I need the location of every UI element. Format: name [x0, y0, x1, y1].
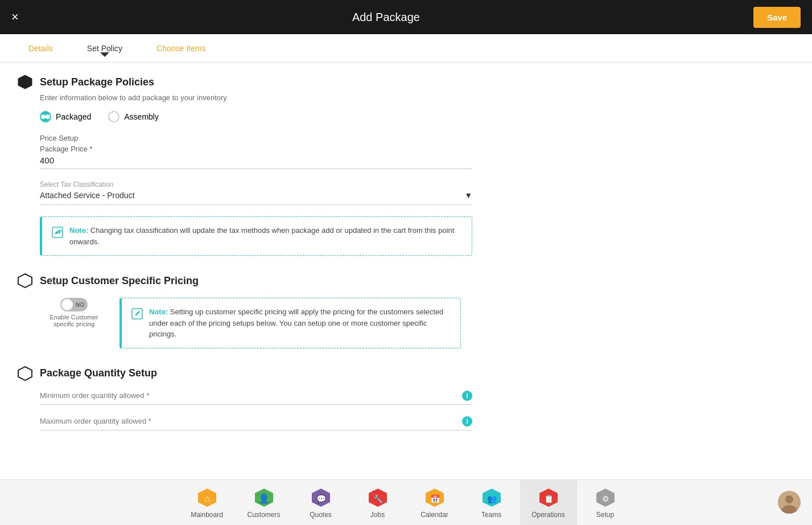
package-price-value[interactable]: 400 — [40, 155, 472, 169]
svg-text:🔧: 🔧 — [373, 494, 383, 504]
tax-note-label: Note: — [69, 226, 88, 235]
customer-note-box: Note: Setting up customer specific prici… — [119, 298, 461, 348]
radio-assembly-circle — [108, 111, 119, 122]
nav-quotes-label: Quotes — [310, 511, 332, 519]
bottom-navigation: ⌂ Mainboard 👤 Customers 💬 Quotes — [0, 479, 812, 525]
max-qty-input-wrap: i — [40, 416, 472, 430]
nav-item-setup[interactable]: ⚙ Setup — [577, 480, 634, 526]
close-button[interactable]: × — [11, 10, 19, 24]
customer-note-content2: Setting up customer specific pricing wil… — [149, 307, 443, 338]
max-qty-input[interactable] — [40, 417, 456, 425]
section2-title: Setup Customer Specific Pricing — [40, 275, 199, 287]
nav-item-calendar[interactable]: 📅 Calendar — [406, 480, 463, 526]
page-title: Add Package — [352, 11, 420, 24]
nav-calendar-label: Calendar — [421, 511, 448, 519]
svg-text:👥: 👥 — [487, 494, 497, 504]
jobs-icon: 🔧 — [367, 487, 389, 508]
section3-icon — [17, 366, 33, 382]
price-setup-section: Price Setup Package Price * 400 — [40, 134, 795, 169]
min-qty-input-wrap: i — [40, 391, 472, 405]
nav-item-customers[interactable]: 👤 Customers — [236, 480, 292, 526]
package-price-label: Package Price * — [40, 145, 795, 153]
customer-note-text: Note: Setting up customer specific prici… — [149, 306, 451, 340]
svg-marker-0 — [18, 75, 32, 89]
svg-text:👤: 👤 — [258, 493, 270, 504]
nav-setup-label: Setup — [596, 511, 614, 519]
tax-label: Select Tax Classification — [40, 181, 795, 188]
nav-teams-label: Teams — [481, 511, 501, 519]
save-button[interactable]: Save — [753, 7, 801, 28]
operations-icon: 📋 — [538, 487, 559, 508]
nav-item-teams[interactable]: 👥 Teams — [463, 480, 520, 526]
nav-jobs-label: Jobs — [370, 511, 385, 519]
nav-item-quotes[interactable]: 💬 Quotes — [292, 480, 349, 526]
setup-icon: ⚙ — [595, 487, 616, 508]
svg-text:⚙: ⚙ — [601, 494, 609, 503]
toggle-knob — [61, 299, 73, 310]
svg-text:⌂: ⌂ — [204, 494, 210, 503]
section1-icon — [17, 74, 33, 90]
tax-dropdown[interactable]: Attached Service - Product ▼ — [40, 191, 472, 205]
customer-note-edit-icon — [131, 307, 143, 322]
max-qty-section: i — [40, 416, 795, 430]
section3-header: Package Quantity Setup — [17, 366, 795, 382]
svg-marker-4 — [18, 367, 32, 380]
chevron-down-icon: ▼ — [464, 191, 472, 200]
section2-header: Setup Customer Specific Pricing — [17, 273, 795, 289]
nav-item-jobs[interactable]: 🔧 Jobs — [349, 480, 406, 526]
nav-item-mainboard[interactable]: ⌂ Mainboard — [179, 480, 236, 526]
section2-icon — [17, 273, 33, 289]
toggle-label2: specific pricing — [50, 321, 98, 327]
teams-icon: 👥 — [481, 487, 502, 508]
tab-set-policy[interactable]: Set Policy — [70, 36, 139, 61]
radio-packaged-circle — [40, 111, 51, 122]
tax-value: Attached Service - Product — [40, 191, 135, 200]
min-qty-info-icon: i — [462, 391, 472, 401]
svg-text:📅: 📅 — [430, 494, 440, 504]
radio-assembly[interactable]: Assembly — [108, 111, 159, 122]
user-avatar[interactable] — [778, 491, 801, 514]
section3-title: Package Quantity Setup — [40, 367, 157, 379]
max-qty-info-icon: i — [462, 416, 472, 426]
svg-marker-2 — [18, 274, 32, 288]
price-setup-label: Price Setup — [40, 134, 795, 142]
calendar-icon: 📅 — [424, 487, 446, 508]
nav-customers-label: Customers — [247, 511, 280, 519]
section1-title: Setup Package Policies — [40, 76, 154, 88]
svg-text:📋: 📋 — [543, 494, 554, 504]
package-type-radio-group: Packaged Assembly — [40, 111, 795, 122]
radio-assembly-label: Assembly — [124, 112, 159, 121]
tax-note-content2: Changing tax classification will update … — [69, 226, 454, 246]
tax-section: Select Tax Classification Attached Servi… — [40, 181, 795, 205]
note-edit-icon — [51, 226, 64, 241]
customer-note-label: Note: — [149, 307, 168, 316]
tab-choose-items[interactable]: Choose Items — [139, 36, 222, 61]
customer-pricing-toggle[interactable]: NO — [60, 298, 88, 311]
tax-note-text: Note: Changing tax classification will u… — [69, 225, 463, 247]
radio-packaged-label: Packaged — [56, 112, 91, 121]
radio-packaged[interactable]: Packaged — [40, 111, 91, 122]
toggle-no-label: NO — [76, 302, 84, 308]
min-qty-section: i — [40, 391, 795, 405]
tax-note-box: Note: Changing tax classification will u… — [40, 216, 472, 256]
svg-point-22 — [785, 495, 793, 503]
toggle-label1: Enable Customer — [50, 314, 98, 321]
tab-details[interactable]: Details — [11, 36, 70, 61]
customers-icon: 👤 — [253, 487, 275, 508]
mainboard-icon: ⌂ — [196, 487, 218, 508]
tabs-bar: Details Set Policy Choose Items — [0, 34, 812, 63]
min-qty-input[interactable] — [40, 391, 456, 400]
nav-mainboard-label: Mainboard — [191, 511, 223, 519]
section1-subtitle: Enter information below to add package t… — [40, 93, 795, 102]
nav-item-operations[interactable]: 📋 Operations — [520, 480, 577, 526]
svg-text:💬: 💬 — [316, 494, 326, 504]
header: × Add Package Save — [0, 0, 812, 34]
main-content: Setup Package Policies Enter information… — [0, 63, 812, 479]
section1-header: Setup Package Policies — [17, 74, 795, 90]
quotes-icon: 💬 — [310, 487, 332, 508]
nav-operations-label: Operations — [531, 511, 565, 519]
